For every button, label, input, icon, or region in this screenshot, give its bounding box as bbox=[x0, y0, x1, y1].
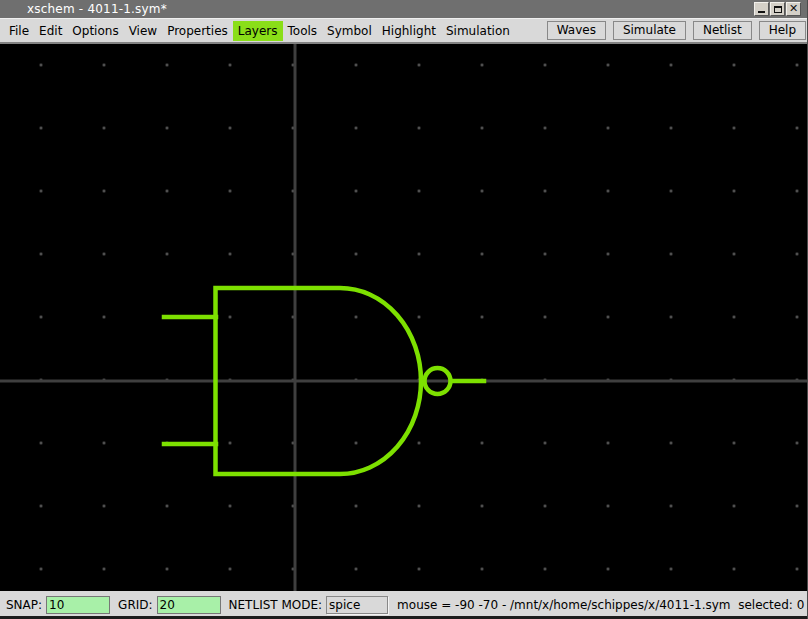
menubar: File Edit Options View Properties Layers… bbox=[0, 18, 807, 44]
menu-properties[interactable]: Properties bbox=[162, 21, 233, 41]
close-button[interactable]: ✕ bbox=[786, 2, 801, 16]
menu-file[interactable]: File bbox=[4, 21, 34, 41]
close-icon: ✕ bbox=[789, 3, 798, 15]
menu-symbol[interactable]: Symbol bbox=[322, 21, 377, 41]
statusbar: SNAP: GRID: NETLIST MODE: mouse = -90 -7… bbox=[0, 591, 807, 616]
help-button[interactable]: Help bbox=[759, 21, 806, 40]
netlist-button[interactable]: Netlist bbox=[693, 21, 752, 40]
window-controls: ✕ bbox=[754, 2, 801, 16]
grid-label: GRID: bbox=[118, 598, 152, 612]
mouse-coordinates-status: mouse = -90 -70 - /mnt/x/home/schippes/x… bbox=[397, 598, 804, 612]
grid-input[interactable] bbox=[157, 596, 221, 614]
menu-tools[interactable]: Tools bbox=[283, 21, 323, 41]
minimize-button[interactable] bbox=[754, 2, 769, 16]
maximize-button[interactable] bbox=[770, 2, 785, 16]
schematic-canvas[interactable] bbox=[0, 44, 808, 591]
menu-simulation[interactable]: Simulation bbox=[441, 21, 515, 41]
waves-button[interactable]: Waves bbox=[547, 21, 606, 40]
netlist-mode-label: NETLIST MODE: bbox=[229, 598, 323, 612]
window-title: xschem - 4011-1.sym* bbox=[0, 0, 167, 18]
simulate-button[interactable]: Simulate bbox=[613, 21, 686, 40]
menu-highlight[interactable]: Highlight bbox=[377, 21, 441, 41]
menu-options[interactable]: Options bbox=[67, 21, 123, 41]
minimize-icon bbox=[758, 11, 765, 13]
titlebar[interactable]: xschem - 4011-1.sym* ✕ bbox=[0, 0, 807, 18]
menu-layers[interactable]: Layers bbox=[233, 21, 283, 41]
menu-edit[interactable]: Edit bbox=[34, 21, 67, 41]
schematic-svg bbox=[0, 44, 808, 591]
netlist-mode-input[interactable] bbox=[326, 596, 388, 614]
xschem-window: xschem - 4011-1.sym* ✕ File Edit Options… bbox=[0, 0, 808, 619]
menu-view[interactable]: View bbox=[124, 21, 162, 41]
snap-label: SNAP: bbox=[6, 598, 42, 612]
maximize-icon bbox=[774, 6, 782, 13]
snap-input[interactable] bbox=[46, 596, 110, 614]
